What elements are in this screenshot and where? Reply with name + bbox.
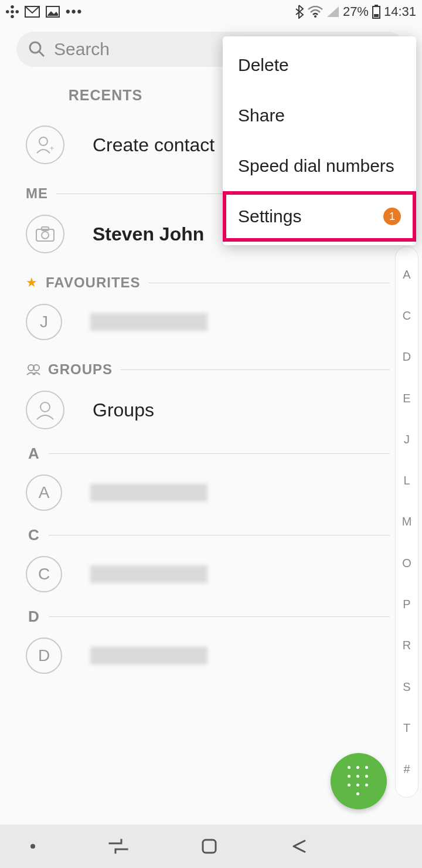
status-bar: ••• 27% 14:31 xyxy=(0,0,422,23)
dialpad-icon xyxy=(348,766,370,797)
svg-line-12 xyxy=(39,52,44,56)
letter-header-c: C xyxy=(0,519,422,548)
svg-point-4 xyxy=(16,10,19,13)
svg-point-7 xyxy=(314,15,316,18)
index-letter[interactable]: T xyxy=(403,721,410,735)
svg-point-2 xyxy=(11,15,14,19)
me-name: Steven John xyxy=(93,223,204,245)
recents-nav-button[interactable] xyxy=(108,839,128,854)
bluetooth-icon xyxy=(295,5,304,19)
menu-share[interactable]: Share xyxy=(223,90,416,141)
groups-icon xyxy=(26,364,41,375)
index-letter[interactable]: D xyxy=(403,350,411,364)
contact-avatar: D xyxy=(26,638,62,674)
section-groups-label: GROUPS xyxy=(48,361,113,378)
contact-row[interactable]: D xyxy=(0,629,422,682)
menu-delete[interactable]: Delete xyxy=(223,40,416,90)
contact-name-redacted xyxy=(90,647,207,664)
back-nav-button[interactable] xyxy=(290,838,308,855)
index-letter[interactable]: C xyxy=(403,309,411,323)
svg-point-13 xyxy=(39,137,47,145)
battery-percent: 27% xyxy=(343,4,369,19)
settings-badge: 1 xyxy=(383,208,401,225)
signal-icon xyxy=(326,6,339,18)
contact-row[interactable]: C xyxy=(0,548,422,601)
star-icon: ★ xyxy=(26,275,38,290)
wifi-icon xyxy=(308,6,323,18)
battery-icon xyxy=(372,5,380,19)
index-letter[interactable]: E xyxy=(403,392,410,405)
search-placeholder: Search xyxy=(54,39,110,59)
index-letter[interactable]: O xyxy=(402,557,411,570)
svg-text:+: + xyxy=(50,144,54,152)
alphabet-index[interactable]: ACDEJLMOPRST# xyxy=(395,246,418,798)
svg-point-11 xyxy=(30,42,40,53)
network-icon xyxy=(6,5,19,18)
contact-avatar: C xyxy=(26,556,62,592)
index-letter[interactable]: L xyxy=(403,474,410,487)
clock: 14:31 xyxy=(384,4,416,19)
home-nav-button[interactable] xyxy=(201,838,217,855)
svg-rect-21 xyxy=(203,840,216,853)
svg-rect-9 xyxy=(375,5,378,6)
image-icon xyxy=(46,6,60,18)
contact-name-redacted xyxy=(90,313,207,331)
contact-name-redacted xyxy=(90,565,207,583)
gmail-icon xyxy=(25,6,40,18)
svg-point-17 xyxy=(42,232,49,239)
add-contact-icon: + xyxy=(26,126,64,164)
menu-speed-dial[interactable]: Speed dial numbers xyxy=(223,141,416,191)
tab-recents[interactable]: RECENTS xyxy=(0,80,211,114)
index-letter[interactable]: J xyxy=(404,433,410,446)
index-letter[interactable]: M xyxy=(402,515,412,528)
svg-rect-10 xyxy=(374,14,379,17)
menu-settings[interactable]: Settings 1 xyxy=(223,191,416,242)
letter-header-a: A xyxy=(0,438,422,466)
groups-label: Groups xyxy=(93,399,154,421)
svg-point-20 xyxy=(40,402,50,412)
contact-avatar: A xyxy=(26,474,62,511)
svg-point-3 xyxy=(6,10,9,13)
svg-point-0 xyxy=(11,10,14,13)
section-fav-label: FAVOURITES xyxy=(46,274,141,291)
groups-row[interactable]: Groups xyxy=(0,382,422,438)
favourite-row[interactable]: J xyxy=(0,296,422,348)
index-letter[interactable]: # xyxy=(403,762,410,776)
contact-name-redacted xyxy=(90,484,207,501)
index-letter[interactable]: R xyxy=(403,639,411,652)
dialpad-fab[interactable] xyxy=(331,753,387,809)
index-letter[interactable]: A xyxy=(403,268,410,282)
overflow-menu: Delete Share Speed dial numbers Settings… xyxy=(223,36,416,245)
create-contact-label: Create contact xyxy=(93,134,215,156)
camera-icon xyxy=(26,215,64,253)
svg-point-1 xyxy=(11,5,14,9)
more-icon: ••• xyxy=(66,4,83,19)
section-groups: GROUPS xyxy=(0,348,422,382)
nav-bar xyxy=(0,825,422,868)
index-letter[interactable]: P xyxy=(403,598,410,611)
nav-dot xyxy=(30,844,35,849)
search-icon xyxy=(28,40,46,58)
groups-avatar-icon xyxy=(26,391,64,429)
section-me-label: ME xyxy=(26,185,48,202)
contact-row[interactable]: A xyxy=(0,466,422,519)
section-favourites: ★ FAVOURITES xyxy=(0,262,422,296)
contact-avatar: J xyxy=(26,304,62,340)
index-letter[interactable]: S xyxy=(403,680,410,694)
letter-header-d: D xyxy=(0,601,422,629)
